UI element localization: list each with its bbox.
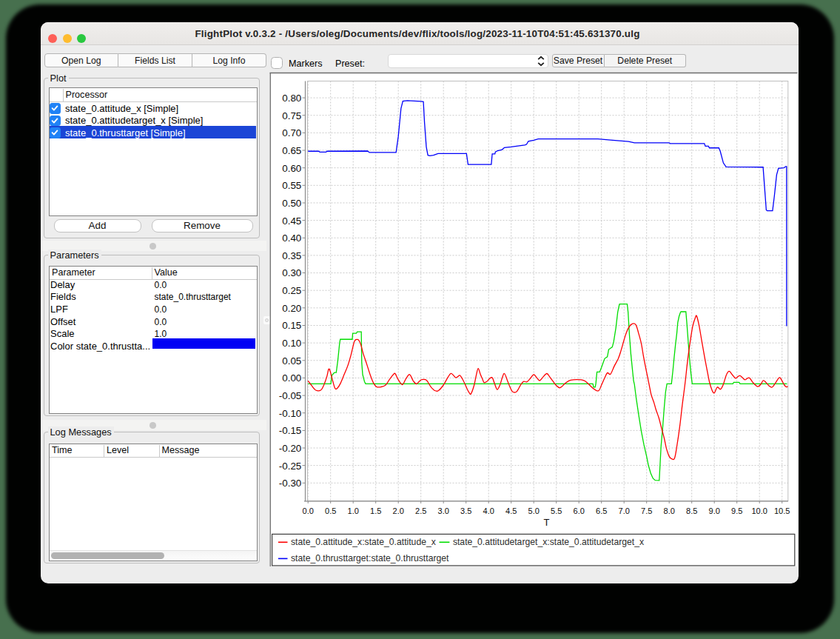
svg-text:0.75: 0.75 — [282, 110, 301, 121]
svg-text:0.50: 0.50 — [282, 198, 301, 209]
svg-text:5.0: 5.0 — [528, 506, 540, 515]
svg-text:7.5: 7.5 — [641, 506, 652, 515]
svg-text:0.10: 0.10 — [282, 338, 301, 349]
svg-text:-0.20: -0.20 — [279, 443, 302, 454]
svg-text:1.0: 1.0 — [348, 506, 359, 515]
svg-text:0.30: 0.30 — [282, 267, 301, 278]
svg-text:0.00: 0.00 — [282, 372, 301, 384]
svg-text:0.40: 0.40 — [282, 232, 301, 244]
svg-text:9.5: 9.5 — [731, 506, 742, 515]
svg-text:state_0.attitudetarget_x:state: state_0.attitudetarget_x:state_0.attitud… — [453, 537, 644, 547]
svg-text:0.0: 0.0 — [303, 506, 314, 515]
svg-text:0.80: 0.80 — [282, 93, 301, 104]
svg-text:4.5: 4.5 — [505, 506, 517, 515]
svg-text:-0.30: -0.30 — [279, 478, 302, 489]
svg-text:-0.05: -0.05 — [279, 390, 302, 401]
svg-text:6.0: 6.0 — [574, 506, 585, 515]
svg-text:0.35: 0.35 — [282, 250, 301, 261]
svg-text:4.0: 4.0 — [483, 506, 494, 515]
svg-text:state_0.thrusttarget:state_0.t: state_0.thrusttarget:state_0.thrusttarge… — [291, 553, 449, 563]
svg-text:2.0: 2.0 — [393, 506, 404, 515]
svg-text:-0.25: -0.25 — [279, 461, 302, 472]
svg-text:9.0: 9.0 — [709, 506, 720, 515]
svg-text:-0.15: -0.15 — [279, 425, 302, 436]
svg-text:7.0: 7.0 — [619, 506, 630, 515]
svg-text:6.5: 6.5 — [596, 506, 607, 515]
svg-text:0.70: 0.70 — [282, 127, 301, 138]
svg-text:1.5: 1.5 — [370, 506, 381, 515]
svg-text:0.05: 0.05 — [282, 355, 301, 367]
svg-text:8.5: 8.5 — [686, 506, 697, 515]
svg-text:5.5: 5.5 — [551, 506, 562, 515]
svg-text:3.0: 3.0 — [438, 506, 449, 515]
svg-text:10.0: 10.0 — [751, 506, 767, 515]
svg-text:0.5: 0.5 — [325, 506, 336, 515]
svg-text:10.5: 10.5 — [774, 506, 790, 515]
svg-text:0.45: 0.45 — [282, 215, 301, 227]
svg-text:T: T — [544, 517, 550, 528]
svg-text:8.0: 8.0 — [664, 506, 675, 515]
svg-text:2.5: 2.5 — [415, 506, 426, 515]
svg-text:-0.10: -0.10 — [279, 408, 302, 419]
svg-text:0.55: 0.55 — [282, 180, 301, 191]
svg-text:state_0.attitude_x:state_0.att: state_0.attitude_x:state_0.attitude_x — [291, 537, 436, 547]
svg-text:0.65: 0.65 — [282, 145, 301, 156]
svg-text:3.5: 3.5 — [460, 506, 471, 515]
svg-text:0.15: 0.15 — [282, 320, 301, 331]
svg-text:0.60: 0.60 — [282, 163, 301, 174]
svg-text:0.25: 0.25 — [282, 285, 301, 296]
svg-text:0.20: 0.20 — [282, 303, 301, 314]
